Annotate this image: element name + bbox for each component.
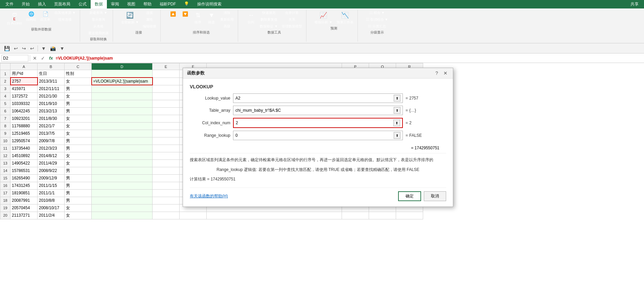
cell-A3[interactable]: 415971: [10, 85, 38, 92]
cell-A18[interactable]: 20087991: [10, 197, 38, 204]
cell-C20[interactable]: 女: [65, 212, 92, 219]
btn-existing-connections[interactable]: 现有连接: [53, 17, 77, 23]
collapse-btn-3[interactable]: ⬆: [394, 132, 400, 139]
cell-E1[interactable]: [153, 70, 180, 78]
filter-toolbar-btn[interactable]: ▼: [40, 45, 47, 52]
cell-A15[interactable]: 16265490: [10, 174, 38, 182]
cell-D20[interactable]: [92, 212, 153, 219]
cell-D12[interactable]: [92, 152, 153, 159]
cell-C18[interactable]: 男: [65, 197, 92, 204]
cell-B3[interactable]: 2012/11/11: [38, 85, 65, 92]
cell-C15[interactable]: 男: [65, 174, 92, 182]
cell-ref-input[interactable]: [1, 55, 28, 62]
cell-A11[interactable]: 13735440: [10, 145, 38, 152]
cell-E3[interactable]: [153, 85, 180, 92]
cell-A12[interactable]: 14510892: [10, 152, 38, 159]
cell-B18[interactable]: 2010/8/8: [38, 197, 65, 204]
btn-access[interactable]: 🗃 E 自 Access: [5, 10, 23, 26]
cell-A2[interactable]: 2757: [10, 78, 38, 85]
cell-A14[interactable]: 15786531: [10, 167, 38, 174]
tab-data[interactable]: 数据: [91, 0, 107, 8]
cell-D5[interactable]: [92, 100, 153, 107]
btn-web[interactable]: 🌐 自网站: [25, 10, 38, 23]
btn-filter[interactable]: ▼ 筛选: [205, 10, 217, 25]
screenshot-btn[interactable]: 📸: [49, 45, 57, 52]
cell-E9[interactable]: [153, 130, 180, 137]
cell-C9[interactable]: 女: [65, 130, 92, 137]
cell-B17[interactable]: 2011/1/1: [38, 189, 65, 197]
redo-btn[interactable]: ↪: [21, 45, 27, 52]
cell-B2[interactable]: 2013/3/11: [38, 78, 65, 85]
collapse-btn-0[interactable]: ⬆: [394, 95, 400, 102]
col-header-C[interactable]: C: [65, 63, 92, 70]
cell-E15[interactable]: [153, 174, 180, 182]
help-link[interactable]: 有关该函数的帮助(H): [190, 193, 228, 199]
cell-B8[interactable]: 2012/1/7: [38, 122, 65, 130]
cell-C4[interactable]: 女: [65, 92, 92, 100]
confirm-formula-icon[interactable]: ✓: [40, 55, 46, 62]
cell-C3[interactable]: 男: [65, 85, 92, 92]
cell-A5[interactable]: 10339332: [10, 100, 38, 107]
cell-D17[interactable]: [92, 189, 153, 197]
cell-B9[interactable]: 2013/7/5: [38, 130, 65, 137]
btn-what-if[interactable]: 📈 模拟分析 ▼: [313, 10, 334, 25]
col-header-E[interactable]: E: [153, 63, 180, 70]
cell-A17[interactable]: 18190851: [10, 189, 38, 197]
cell-B20[interactable]: 2011/2/4: [38, 212, 65, 219]
range-lookup-field[interactable]: [235, 133, 394, 138]
cell-B11[interactable]: 2012/3/23: [38, 145, 65, 152]
undo-btn[interactable]: ↩: [13, 45, 19, 52]
cell-E12[interactable]: [153, 152, 180, 159]
cell-E16[interactable]: [153, 182, 180, 189]
lookup-value-field[interactable]: [235, 96, 394, 101]
tab-insert[interactable]: 插入: [34, 0, 50, 8]
formula-input[interactable]: [56, 56, 643, 61]
cell-D7[interactable]: [92, 115, 153, 122]
btn-group[interactable]: ▤ 组合 ▼: [365, 10, 389, 16]
btn-text[interactable]: 📄 自文本: [39, 10, 52, 23]
cell-D16[interactable]: [92, 182, 153, 189]
tab-search[interactable]: 操作说明搜索: [193, 0, 226, 8]
cell-E17[interactable]: [153, 189, 180, 197]
btn-advanced[interactable]: 高级: [219, 23, 235, 29]
cell-Q20[interactable]: [369, 212, 396, 219]
cell-D13[interactable]: [92, 159, 153, 167]
cell-D6[interactable]: [92, 107, 153, 115]
cell-E8[interactable]: [153, 122, 180, 130]
cell-B7[interactable]: 2011/8/30: [38, 115, 65, 122]
cell-E19[interactable]: [153, 204, 180, 212]
cell-D4[interactable]: [92, 92, 153, 100]
cell-C6[interactable]: 男: [65, 107, 92, 115]
tab-review[interactable]: 审阅: [107, 0, 123, 8]
fx-icon[interactable]: fx: [48, 56, 54, 61]
cell-B12[interactable]: 2014/8/12: [38, 152, 65, 159]
btn-sort[interactable]: ⇅ 排序: [192, 10, 204, 25]
tab-page-layout[interactable]: 页面布局: [50, 0, 74, 8]
cell-C2[interactable]: 女: [65, 78, 92, 85]
btn-split-column[interactable]: ↔ 分列: [245, 10, 257, 25]
cell-C19[interactable]: 女: [65, 204, 92, 212]
cell-D19[interactable]: [92, 204, 153, 212]
tab-foxitpdf[interactable]: 福昕PDF: [156, 0, 180, 8]
cell-C8[interactable]: 女: [65, 122, 92, 130]
cell-E13[interactable]: [153, 159, 180, 167]
cell-E10[interactable]: [153, 137, 180, 145]
cell-D11[interactable]: [92, 145, 153, 152]
cell-B6[interactable]: 2013/2/13: [38, 107, 65, 115]
cell-C16[interactable]: 男: [65, 182, 92, 189]
share-button[interactable]: 共享: [626, 0, 643, 8]
cell-D3[interactable]: [92, 85, 153, 92]
cell-B4[interactable]: 2012/1/30: [38, 92, 65, 100]
cell-E6[interactable]: [153, 107, 180, 115]
dialog-close-btn[interactable]: ✕: [442, 70, 449, 76]
tab-start[interactable]: 开始: [18, 0, 34, 8]
btn-properties[interactable]: 属性: [141, 17, 158, 23]
tab-bulb[interactable]: 💡: [180, 0, 193, 8]
cell-E18[interactable]: [153, 197, 180, 204]
cell-B19[interactable]: 2008/10/17: [38, 204, 65, 212]
dialog-help-btn[interactable]: ?: [434, 70, 439, 76]
btn-sort-desc[interactable]: 🔽: [180, 10, 190, 18]
cell-D15[interactable]: [92, 174, 153, 182]
btn-other-sources[interactable]: 自其他来源 ▼: [53, 10, 77, 16]
cell-C5[interactable]: 男: [65, 100, 92, 107]
